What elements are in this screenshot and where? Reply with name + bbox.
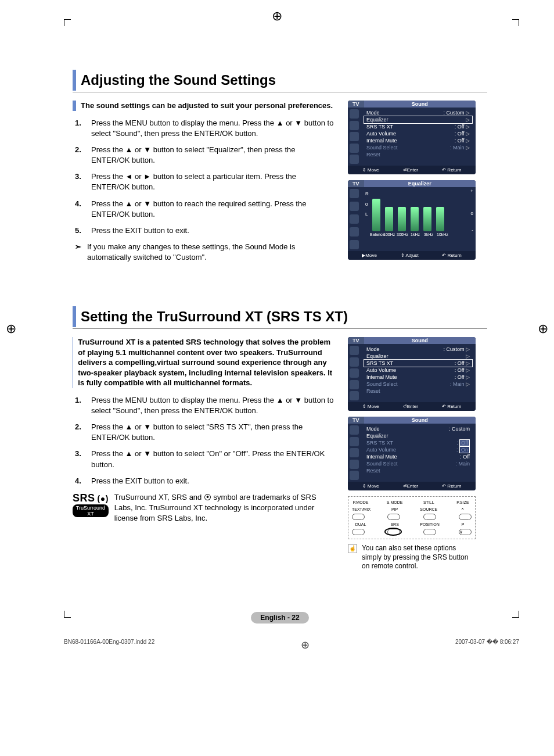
osd-tab: TV [348,337,364,344]
osd-sound-menu: TV Sound Mode: Custom ▷ Equalizer▷ SRS T… [348,337,476,411]
step-item: Press the ▲ or ▼ button to select "Equal… [91,145,334,166]
osd-dropdown-option-selected: On [459,446,470,453]
osd-category-icon [350,202,359,211]
section-intro: The sound settings can be adjusted to su… [81,101,333,111]
registration-mark-icon: ⊕ [301,639,310,651]
osd-row: Equalizer [364,432,472,439]
srs-symbol-icon: (●) [98,494,109,503]
osd-title: Sound [364,417,476,424]
osd-row: Mode: Custom ▷ [364,109,472,116]
eq-slider [385,207,393,231]
eq-band-labels: Balance100Hz300Hz1kHz3kHz10kHz [364,231,472,237]
osd-row: Auto Volume : On [364,446,472,453]
title-accent-bar [73,306,76,327]
osd-tab: TV [348,101,364,108]
intro-accent-bar [73,101,76,111]
osd-category-icon [350,227,359,237]
note-marker-icon: ➣ [75,242,81,263]
osd-footer: ▶Move⇕ Adjust↶ Return [348,251,476,260]
osd-category-icon [350,214,359,224]
osd-row: Equalizer▷ [364,353,472,360]
osd-row-disabled: Reset [364,151,472,158]
note: ➣ If you make any changes to these setti… [73,242,334,263]
steps-list: Press the MENU button to display the men… [73,395,334,486]
title-accent-bar [73,70,76,91]
print-file-name: BN68-01166A-00Eng-0307.indd 22 [64,639,154,651]
osd-category-icon [350,189,359,198]
osd-category-icon [350,132,359,141]
osd-title: Sound [364,337,476,344]
page-number-pill: English - 22 [251,612,308,624]
eq-bars: + 0 - [364,191,472,231]
tip-text: You can also set these options simply by… [362,544,476,571]
step-item: Press the ▲ or ▼ button to select "On" o… [91,449,334,470]
hand-icon: ☝ [348,544,357,553]
section-adjusting-sound: Adjusting the Sound Settings The sound s… [73,70,487,266]
osd-row: SRS TS XT: Off ▷ [364,123,472,130]
eq-zero-label: 0 [471,211,473,216]
osd-row-disabled: Reset [364,388,472,395]
osd-category-icon [350,240,359,249]
print-timestamp: 2007-03-07 �� 8:06:27 [455,639,519,651]
eq-minus-label: - [472,227,473,232]
section-srs-ts-xt: Setting the TruSurround XT (SRS TS XT) T… [73,306,487,571]
print-footer: BN68-01166A-00Eng-0307.indd 22 ⊕ 2007-03… [64,639,519,651]
osd-title: Sound [364,101,476,108]
osd-row: Internal Mute: Off [364,453,472,460]
note-text: If you make any changes to these setting… [87,242,334,263]
osd-row: Auto Volume: Off ▷ [364,367,472,374]
osd-title: Equalizer [364,180,476,187]
step-item: Press the ▲ or ▼ button to reach the req… [91,199,334,220]
step-item: Press the EXIT button to exit. [91,225,334,236]
section-intro: TruSurround XT is a patented SRS technol… [78,337,334,388]
step-item: Press the ◄ or ► button to select a part… [91,171,334,192]
intro-accent-bar [73,337,73,388]
remote-diagram: P.MODES.MODESTILLP.SIZE TEXT/MIXPIPSOURC… [348,496,476,539]
section-title: Setting the TruSurround XT (SRS TS XT) [81,306,348,327]
osd-equalizer: TV Equalizer R0L [348,180,476,260]
osd-row-disabled: Reset [364,467,472,474]
step-item: Press the MENU button to display the men… [91,118,334,139]
eq-slider [398,207,406,231]
osd-row: Mode: Custom ▷ [364,346,472,353]
osd-row-highlight: Equalizer▷ [364,116,472,123]
osd-row-disabled: Sound Select: Main ▷ [364,144,472,151]
step-item: Press the EXIT button to exit. [91,476,334,486]
srs-trademark-text: TruSurround XT, SRS and ⦿ symbol are tra… [114,492,334,524]
osd-footer: ⇕ Move⏎Enter↶ Return [348,166,476,174]
osd-category-icon [350,155,359,164]
osd-category-icon [350,109,359,119]
osd-row: SRS TS XT : Off [364,439,472,446]
osd-row-disabled: Sound Select: Main ▷ [364,381,472,388]
osd-sound-dropdown: TV Sound Mode: Custom Equalizer SRS TS X… [348,417,476,490]
osd-tab: TV [348,180,364,187]
eq-slider [423,207,431,231]
osd-row: Auto Volume: Off ▷ [364,130,472,137]
osd-dropdown-option: Off [459,439,470,446]
section-rule [73,328,487,329]
osd-category-icon [350,121,359,130]
eq-slider [372,199,380,231]
section-rule [73,92,487,92]
osd-row: Internal Mute: Off ▷ [364,137,472,144]
osd-row-highlight: SRS TS XT: Off ▷ [364,360,472,367]
eq-slider [436,207,444,231]
step-item: Press the ▲ or ▼ button to select "SRS T… [91,422,334,443]
section-title: Adjusting the Sound Settings [81,70,276,91]
osd-sound-menu: TV Sound Mode: Custom ▷ Equalizer▷ [348,101,476,174]
osd-category-icon [350,144,359,153]
eq-slider [411,207,419,231]
step-item: Press the MENU button to display the men… [91,395,334,416]
osd-row: Mode: Custom [364,425,472,432]
page-footer: English - 22 [73,612,487,624]
osd-row: Internal Mute: Off ▷ [364,374,472,381]
steps-list: Press the MENU button to display the men… [73,118,334,237]
tip: ☝ You can also set these options simply … [348,544,476,571]
osd-tab: TV [348,417,364,424]
srs-logo: SRS(●) TruSurround XT [73,492,109,524]
eq-plus-label: + [470,188,473,194]
osd-row-disabled: Sound Select: Main [364,460,472,467]
